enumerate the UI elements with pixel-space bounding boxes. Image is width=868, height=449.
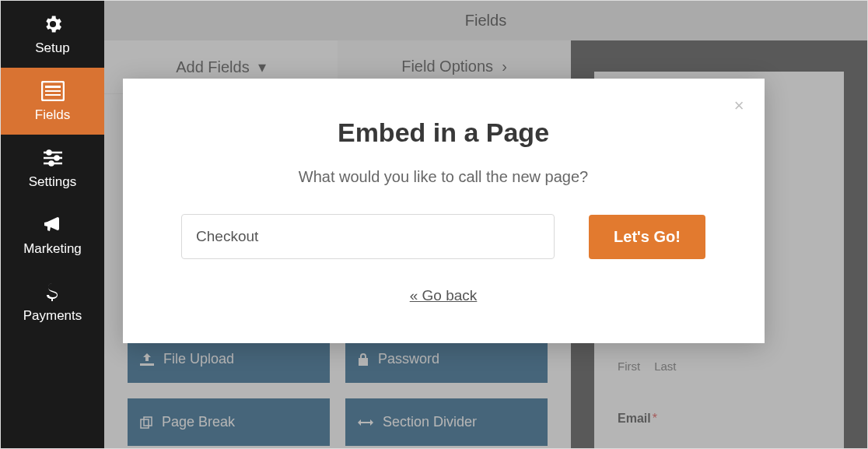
sidebar-item-marketing[interactable]: Marketing bbox=[1, 202, 104, 268]
sidebar-item-fields[interactable]: Fields bbox=[1, 68, 104, 135]
sidebar-label: Payments bbox=[23, 308, 82, 324]
form-icon bbox=[41, 79, 65, 103]
sidebar-label: Setup bbox=[35, 40, 69, 56]
embed-modal: × Embed in a Page What would you like to… bbox=[123, 79, 765, 343]
bullhorn-icon bbox=[41, 213, 65, 237]
sidebar-label: Settings bbox=[29, 174, 76, 190]
lets-go-button[interactable]: Let's Go! bbox=[589, 215, 705, 259]
svg-point-9 bbox=[49, 162, 53, 166]
svg-point-5 bbox=[47, 151, 51, 155]
svg-rect-1 bbox=[45, 86, 61, 88]
sidebar-item-settings[interactable]: Settings bbox=[1, 135, 104, 202]
sliders-icon bbox=[41, 146, 65, 170]
gear-icon bbox=[41, 12, 65, 36]
page-name-input[interactable] bbox=[181, 214, 555, 259]
modal-overlay[interactable]: × Embed in a Page What would you like to… bbox=[1, 1, 867, 448]
sidebar-label: Marketing bbox=[23, 241, 82, 257]
modal-form: Let's Go! bbox=[170, 214, 718, 259]
go-back-link[interactable]: « Go back bbox=[170, 287, 718, 304]
svg-rect-3 bbox=[45, 94, 61, 96]
modal-subtitle: What would you like to call the new page… bbox=[170, 168, 718, 186]
svg-rect-2 bbox=[45, 90, 61, 92]
modal-title: Embed in a Page bbox=[170, 118, 718, 148]
close-icon[interactable]: × bbox=[734, 96, 744, 116]
sidebar-item-payments[interactable]: Payments bbox=[1, 268, 104, 335]
sidebar-label: Fields bbox=[35, 107, 70, 123]
svg-point-7 bbox=[54, 156, 58, 160]
sidebar: Setup Fields Settings Marketing Payments bbox=[1, 1, 104, 448]
sidebar-item-setup[interactable]: Setup bbox=[1, 1, 104, 68]
dollar-icon bbox=[41, 280, 65, 303]
